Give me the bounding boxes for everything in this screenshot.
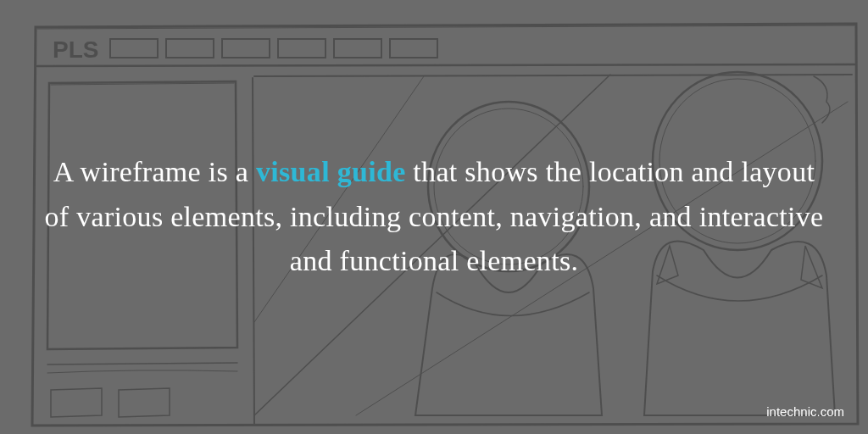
svg-rect-3: [222, 39, 270, 58]
quote-block: A wireframe is a visual guide that shows…: [43, 150, 825, 284]
quote-text: A wireframe is a visual guide that shows…: [43, 150, 825, 284]
svg-rect-1: [110, 39, 158, 58]
attribution-text: intechnic.com: [766, 404, 844, 419]
quote-highlight: visual guide: [256, 156, 406, 187]
svg-text:PLS: PLS: [53, 36, 98, 63]
svg-rect-5: [334, 39, 381, 58]
svg-rect-4: [278, 39, 326, 58]
svg-rect-2: [166, 39, 214, 58]
quote-part1: A wireframe is a: [53, 156, 256, 187]
svg-rect-6: [390, 39, 437, 58]
